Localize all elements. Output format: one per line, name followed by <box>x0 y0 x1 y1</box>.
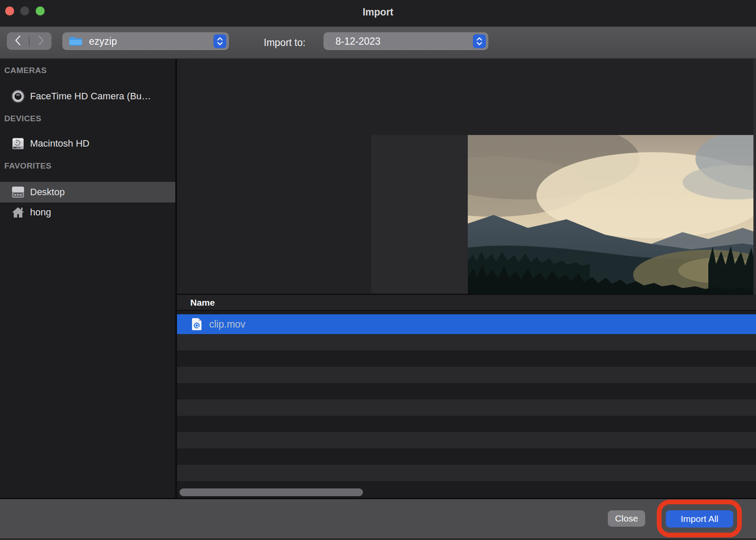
chevron-left-icon <box>14 35 22 48</box>
sidebar-item-label: Desktop <box>30 187 65 198</box>
sidebar-section-cameras: CAMERAS <box>4 66 47 75</box>
folder-icon <box>68 35 83 47</box>
title-bar: Import <box>0 0 756 27</box>
forward-button[interactable] <box>30 32 52 50</box>
sidebar-item-label: hong <box>30 207 51 218</box>
file-list: Name clip.mov <box>177 295 756 499</box>
close-button[interactable]: Close <box>608 510 645 527</box>
red-highlight-annotation <box>657 500 742 537</box>
sidebar-item-facetime-camera[interactable]: FaceTime HD Camera (Bu… <box>0 86 175 106</box>
toolbar: ezyzip Import to: 8-12-2023 <box>0 27 756 59</box>
empty-row-stripe <box>177 432 756 448</box>
folder-select[interactable]: ezyzip <box>62 32 229 50</box>
sidebar-item-label: FaceTime HD Camera (Bu… <box>30 91 151 102</box>
horizontal-scrollbar-thumb[interactable] <box>180 488 363 496</box>
chevron-right-icon <box>37 35 45 48</box>
home-icon <box>11 206 25 219</box>
import-destination-value: 8-12-2023 <box>335 36 381 47</box>
empty-row-stripe <box>177 334 756 350</box>
folder-select-value: ezyzip <box>89 36 117 47</box>
sidebar-item-hong[interactable]: hong <box>0 202 175 222</box>
column-header-name[interactable]: Name <box>177 295 756 311</box>
sidebar-item-desktop[interactable]: Desktop <box>0 182 175 202</box>
empty-row-stripe <box>177 465 756 481</box>
sidebar-section-favorites: FAVORITES <box>4 161 52 171</box>
back-forward-control <box>7 32 52 50</box>
empty-row-stripe <box>177 367 756 383</box>
file-row-clip-mov[interactable]: clip.mov <box>177 314 756 334</box>
preview-area <box>177 59 756 294</box>
stepper-icon <box>213 34 226 48</box>
window-bottom-edge <box>0 538 756 540</box>
import-destination-select[interactable]: 8-12-2023 <box>323 32 488 50</box>
sidebar-item-label: Macintosh HD <box>30 138 89 149</box>
quicktime-file-icon <box>191 317 202 331</box>
camera-lens-icon <box>11 89 25 103</box>
back-button[interactable] <box>7 32 29 50</box>
sidebar-section-devices: DEVICES <box>4 114 41 123</box>
sidebar: CAMERAS FaceTime HD Camera (Bu… DEVICES <box>0 59 175 499</box>
desktop-icon <box>11 186 25 198</box>
import-dialog-window: Import ezyzip <box>0 0 756 540</box>
footer-bar: Close Import All <box>0 499 756 540</box>
file-name: clip.mov <box>209 319 245 330</box>
sidebar-item-macintosh-hd[interactable]: Macintosh HD <box>0 134 175 153</box>
empty-row-stripe <box>177 399 756 416</box>
hard-drive-icon <box>11 137 25 150</box>
import-to-label: Import to: <box>264 27 305 59</box>
window-title: Import <box>0 0 756 24</box>
stepper-icon <box>473 34 486 48</box>
